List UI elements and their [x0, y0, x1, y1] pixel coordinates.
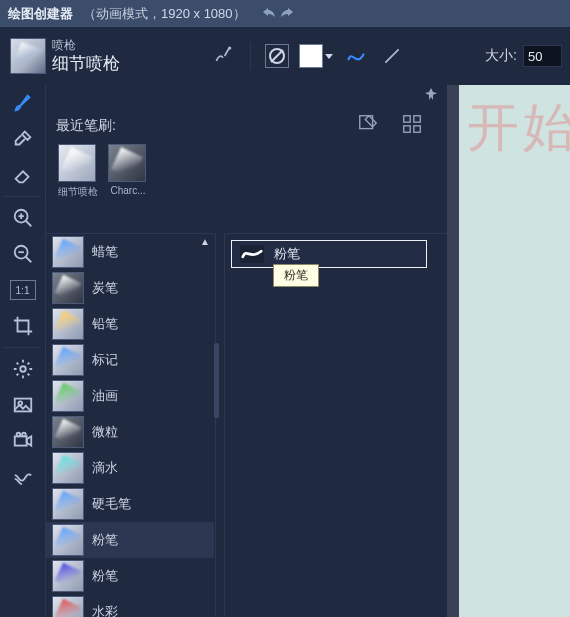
stroke-style-icon[interactable] [343, 43, 369, 69]
category-label: 标记 [92, 351, 118, 369]
recent-brush-label: 细节喷枪 [58, 185, 98, 199]
tool-effects[interactable] [0, 459, 45, 495]
tool-actual-size[interactable]: 1:1 [10, 280, 36, 300]
line-icon[interactable] [379, 43, 405, 69]
category-icon [52, 452, 84, 484]
tool-zoom-in[interactable] [0, 200, 45, 236]
brush-name-label: 细节喷枪 [52, 53, 120, 74]
app-title: 绘图创建器 [8, 5, 73, 23]
caret-down-icon [325, 54, 333, 59]
category-icon [52, 344, 84, 376]
tool-video[interactable] [0, 423, 45, 459]
tool-eraser[interactable] [0, 157, 45, 193]
category-list[interactable]: ▲ 蜡笔炭笔铅笔标记油画微粒滴水硬毛笔粉笔粉笔水彩 [46, 233, 214, 617]
undo-icon[interactable] [262, 6, 276, 21]
category-item[interactable]: 油画 [46, 378, 214, 414]
title-bar: 绘图创建器 （动画模式，1920 x 1080） [0, 0, 570, 27]
category-label: 铅笔 [92, 315, 118, 333]
category-item[interactable]: 粉笔 [46, 558, 214, 594]
preset-area: 粉笔 粉笔 [224, 233, 447, 617]
category-label: 炭笔 [92, 279, 118, 297]
category-label: 粉笔 [92, 531, 118, 549]
redo-icon[interactable] [280, 6, 294, 21]
category-item[interactable]: 蜡笔 [46, 234, 214, 270]
preset-label: 粉笔 [274, 245, 300, 263]
scrollbar[interactable] [214, 233, 224, 617]
category-item[interactable]: 微粒 [46, 414, 214, 450]
category-icon [52, 560, 84, 592]
category-item[interactable]: 标记 [46, 342, 214, 378]
category-label: 滴水 [92, 459, 118, 477]
title-mode: （动画模式，1920 x 1080） [83, 5, 246, 23]
pin-icon[interactable] [425, 88, 437, 103]
svg-rect-20 [404, 126, 410, 132]
category-item[interactable]: 炭笔 [46, 270, 214, 306]
svg-rect-18 [404, 116, 410, 122]
category-label: 微粒 [92, 423, 118, 441]
svg-line-2 [271, 50, 283, 62]
preset-stroke-icon [240, 245, 264, 263]
size-label: 大小: [485, 47, 517, 65]
category-label: 水彩 [92, 603, 118, 617]
tool-settings[interactable] [0, 351, 45, 387]
category-label: 粉笔 [92, 567, 118, 585]
recent-brush-item[interactable]: 细节喷枪 [58, 144, 98, 199]
canvas-placeholder-text: 开始 [467, 93, 570, 163]
category-icon [52, 524, 84, 556]
svg-point-0 [228, 46, 231, 49]
category-item[interactable]: 滴水 [46, 450, 214, 486]
tool-eyedropper[interactable] [0, 121, 45, 157]
svg-line-5 [25, 221, 31, 227]
brush-panel: 最近笔刷: 细节喷枪Charc... ▲ 蜡笔炭笔铅笔标记油画微粒滴水硬毛笔粉笔… [46, 85, 447, 617]
category-icon [52, 272, 84, 304]
category-label: 蜡笔 [92, 243, 118, 261]
tool-crop[interactable] [0, 308, 45, 344]
no-fill-swatch[interactable] [265, 44, 289, 68]
recent-brushes-label: 最近笔刷: [56, 117, 116, 135]
tooltip: 粉笔 [273, 264, 319, 287]
color-swatch[interactable] [299, 44, 333, 68]
svg-rect-19 [414, 116, 420, 122]
category-icon [52, 488, 84, 520]
svg-line-3 [385, 49, 398, 62]
svg-line-9 [25, 257, 31, 263]
category-item[interactable]: 水彩 [46, 594, 214, 617]
svg-point-16 [22, 433, 26, 437]
scroll-up-icon[interactable]: ▲ [200, 236, 210, 247]
tool-strip: 1:1 [0, 85, 46, 617]
category-icon [52, 416, 84, 448]
paper: 开始 [459, 85, 570, 617]
category-item[interactable]: 硬毛笔 [46, 486, 214, 522]
svg-rect-14 [14, 436, 26, 445]
category-item[interactable]: 铅笔 [46, 306, 214, 342]
current-brush-thumbnail[interactable] [10, 38, 46, 74]
tool-zoom-out[interactable] [0, 236, 45, 272]
brush-category-label: 喷枪 [52, 38, 120, 53]
category-icon [52, 236, 84, 268]
recent-brush-label: Charc... [108, 185, 148, 196]
category-label: 油画 [92, 387, 118, 405]
category-icon [52, 596, 84, 617]
tool-brush[interactable] [0, 85, 45, 121]
svg-rect-21 [414, 126, 420, 132]
edit-list-icon[interactable] [357, 113, 379, 138]
svg-point-11 [20, 366, 26, 372]
category-label: 硬毛笔 [92, 495, 131, 513]
recent-brush-item[interactable]: Charc... [108, 144, 148, 199]
brush-settings-icon[interactable] [210, 43, 236, 69]
category-item[interactable]: 粉笔 [46, 522, 214, 558]
size-input[interactable]: 50 [523, 45, 562, 67]
category-icon [52, 308, 84, 340]
brush-header: 喷枪 细节喷枪 大小: 50 [0, 27, 570, 85]
svg-point-15 [16, 433, 20, 437]
canvas-area[interactable]: 开始 [447, 85, 570, 617]
tool-image[interactable] [0, 387, 45, 423]
preset-item[interactable]: 粉笔 [231, 240, 427, 268]
grid-view-icon[interactable] [401, 113, 423, 138]
category-icon [52, 380, 84, 412]
